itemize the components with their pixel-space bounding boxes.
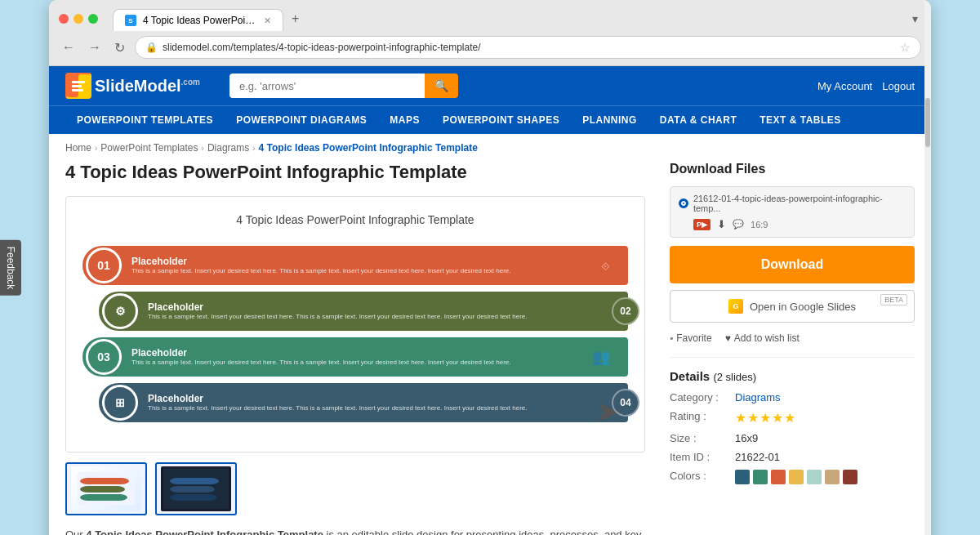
thumbnail-1[interactable] [65, 462, 147, 515]
browser-menu-button[interactable]: ▾ [909, 11, 921, 27]
rating-label: Rating : [670, 410, 735, 426]
preview-title: 4 Topic Ideas PowerPoint Infographic Tem… [82, 213, 628, 226]
tab-title: 4 Topic Ideas PowerPoint Infi... [143, 15, 257, 26]
category-label: Category : [670, 391, 735, 403]
bookmark-fav-icon: ▪ [670, 332, 673, 344]
arrow-number-1: 01 [86, 247, 122, 283]
feedback-tab[interactable]: Feedback [0, 239, 21, 296]
arrow-right-num-4: 04 [612, 389, 639, 417]
search-button[interactable]: 🔍 [425, 74, 458, 98]
color-swatches [735, 470, 858, 484]
detail-row-category: Category : Diagrams [670, 391, 915, 403]
nav-powerpoint-templates[interactable]: POWERPOINT TEMPLATES [65, 106, 225, 134]
color-swatch [789, 470, 804, 484]
site-header: SlideModel.com 🔍 My Account Logout [49, 66, 931, 105]
detail-row-item-id: Item ID : 21622-01 [670, 451, 915, 463]
logo-icon [65, 73, 91, 99]
my-account-link[interactable]: My Account [817, 80, 872, 92]
file-name: 21612-01-4-topic-ideas-powerpoint-infogr… [693, 194, 906, 213]
size-label: Size : [670, 432, 735, 444]
arrow-label-4: Placeholder [148, 393, 586, 404]
preview-area: 4 Topic Ideas PowerPoint Infographic Tem… [65, 196, 645, 453]
address-bar[interactable]: 🔒 slidemodel.com/templates/4-topic-ideas… [135, 36, 921, 59]
arrow-text-3: This is a sample text. Insert your desir… [131, 359, 582, 367]
arrow-item-3: 03 Placeholder This is a sample text. In… [82, 337, 628, 377]
details-title: Details (2 slides) [670, 369, 915, 383]
radio-dot[interactable] [679, 198, 688, 208]
nav-text-tables[interactable]: TEXT & TABLES [748, 106, 853, 134]
svg-rect-10 [170, 478, 219, 484]
color-swatch [843, 470, 858, 484]
arrow-icon-1: ⟐ [601, 257, 610, 274]
google-slides-button[interactable]: G Open in Google Slides BETA [670, 290, 915, 323]
back-button[interactable]: ← [59, 38, 78, 56]
favorite-link[interactable]: ▪ Favorite [670, 332, 712, 344]
content-left: 4 Topic Ideas PowerPoint Infographic Tem… [65, 162, 645, 535]
tab-close-icon[interactable]: ✕ [264, 16, 271, 26]
bc-diagrams[interactable]: Diagrams [207, 142, 249, 154]
colors-label: Colors : [670, 470, 735, 484]
maximize-button[interactable] [88, 14, 98, 24]
svg-rect-12 [170, 494, 217, 501]
color-swatch [735, 470, 750, 484]
infographic: 01 Placeholder This is a sample text. In… [82, 239, 628, 435]
logo[interactable]: SlideModel.com [65, 73, 200, 99]
arrow-text-2: This is a sample text. Insert your desir… [148, 313, 586, 321]
detail-row-rating: Rating : ★★★★★ [670, 410, 915, 426]
scrollbar[interactable] [924, 0, 931, 535]
refresh-button[interactable]: ↻ [111, 38, 128, 57]
arrow-content-4: Placeholder This is a sample text. Inser… [138, 390, 595, 416]
bc-current: 4 Topic Ideas PowerPoint Infographic Tem… [259, 142, 478, 154]
forward-button[interactable]: → [85, 38, 105, 56]
scroll-thumb [925, 98, 930, 147]
arrow-number-3: 03 [86, 339, 122, 375]
aspect-ratio: 16:9 [751, 220, 768, 230]
color-swatch [825, 470, 840, 484]
bc-templates[interactable]: PowerPoint Templates [100, 142, 198, 154]
minimize-button[interactable] [74, 14, 83, 24]
search-input[interactable] [229, 74, 425, 98]
main-content: 4 Topic Ideas PowerPoint Infographic Tem… [49, 162, 931, 535]
page-title: 4 Topic Ideas PowerPoint Infographic Tem… [65, 162, 645, 183]
bc-home[interactable]: Home [65, 142, 91, 154]
content-right: Download Files 21612-01-4-topic-ideas-po… [670, 162, 915, 535]
item-id-value: 21622-01 [735, 451, 780, 463]
ppt-icon: P▶ [693, 219, 710, 230]
breadcrumb: Home › PowerPoint Templates › Diagrams ›… [49, 134, 931, 162]
arrow-icon-3: 👥 [592, 348, 610, 366]
category-value[interactable]: Diagrams [735, 391, 781, 403]
bookmark-icon[interactable]: ☆ [900, 41, 911, 54]
wishlist-link[interactable]: ♥ Add to wish list [725, 332, 800, 344]
svg-rect-3 [72, 85, 82, 87]
thumbnail-2[interactable] [155, 462, 237, 515]
active-tab[interactable]: S 4 Topic Ideas PowerPoint Infi... ✕ [113, 9, 283, 31]
action-links: ▪ Favorite ♥ Add to wish list [670, 332, 915, 344]
arrow-number-4-left: ⊞ [102, 385, 138, 421]
google-slides-icon: G [728, 299, 743, 314]
thumbnails [65, 462, 645, 515]
arrow-item-2: ⚙ Placeholder This is a sample text. Ins… [99, 292, 628, 331]
nav-planning[interactable]: PLANNING [571, 106, 648, 134]
item-id-label: Item ID : [670, 451, 735, 463]
detail-row-size: Size : 16x9 [670, 432, 915, 444]
nav-data-chart[interactable]: DATA & CHART [648, 106, 748, 134]
feedback-label: Feedback [5, 246, 16, 289]
arrow-item-4: ⊞ Placeholder This is a sample text. Ins… [99, 383, 628, 422]
nav-maps[interactable]: MAPS [378, 106, 431, 134]
download-button[interactable]: Download [670, 246, 915, 283]
arrow-label-2: Placeholder [148, 301, 586, 313]
details-section: Details (2 slides) Category : Diagrams R… [670, 357, 915, 484]
file-icons: P▶ ⬇ 💬 16:9 [679, 218, 906, 230]
logout-link[interactable]: Logout [882, 80, 915, 92]
arrow-item-1: 01 Placeholder This is a sample text. In… [82, 246, 628, 285]
nav-powerpoint-shapes[interactable]: POWERPOINT SHAPES [431, 106, 571, 134]
file-item: 21612-01-4-topic-ideas-powerpoint-infogr… [670, 186, 915, 238]
nav-powerpoint-diagrams[interactable]: POWERPOINT DIAGRAMS [225, 106, 378, 134]
file-radio: 21612-01-4-topic-ideas-powerpoint-infogr… [679, 194, 906, 213]
favorite-label: Favorite [676, 332, 711, 344]
size-value: 16x9 [735, 432, 758, 444]
arrow-content-2: Placeholder This is a sample text. Inser… [138, 298, 595, 324]
new-tab-button[interactable]: + [283, 7, 307, 31]
rating-stars: ★★★★★ [735, 410, 796, 426]
close-button[interactable] [59, 14, 69, 24]
